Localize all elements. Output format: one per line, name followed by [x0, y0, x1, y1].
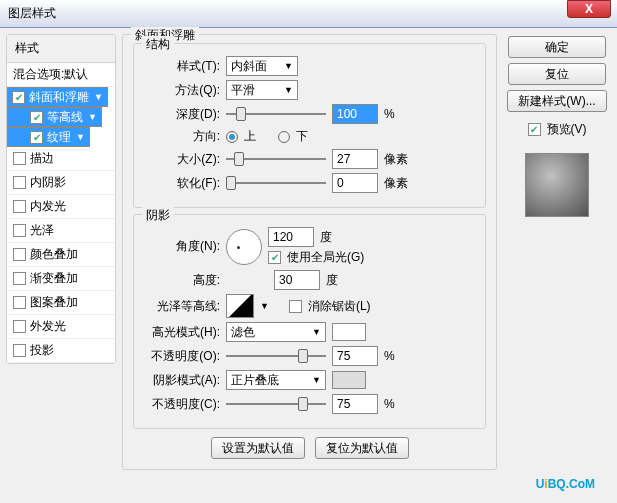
check-icon[interactable] [13, 320, 26, 333]
sidebar-item-gradient-overlay[interactable]: 渐变叠加 [7, 267, 115, 291]
sidebar-item-texture[interactable]: ✔纹理 [7, 127, 90, 147]
sidebar-item-drop-shadow[interactable]: 投影 [7, 339, 115, 363]
soften-input[interactable]: 0 [332, 173, 378, 193]
global-light-checkbox[interactable]: ✔ [268, 251, 281, 264]
direction-down-radio[interactable] [278, 131, 290, 143]
shadow-mode-select[interactable]: 正片叠底 [226, 370, 326, 390]
shadow-opacity-slider[interactable] [226, 396, 326, 412]
highlight-mode-select[interactable]: 滤色 [226, 322, 326, 342]
styles-column: 样式 混合选项:默认 ✔斜面和浮雕 ✔等高线 ✔纹理 描边 内阴影 内发光 光泽… [6, 34, 116, 497]
style-list-header: 样式 [7, 35, 115, 63]
angle-widget[interactable] [226, 229, 262, 265]
altitude-input[interactable]: 30 [274, 270, 320, 290]
new-style-button[interactable]: 新建样式(W)... [507, 90, 606, 112]
shading-group: 阴影 角度(N): 120度 ✔使用全局光(G) 高度:30度 光泽等高线:▼消… [133, 214, 486, 429]
check-icon[interactable] [13, 344, 26, 357]
soften-slider[interactable] [226, 175, 326, 191]
technique-label: 方法(Q): [144, 82, 220, 99]
check-icon[interactable] [13, 200, 26, 213]
soften-label: 软化(F): [144, 175, 220, 192]
make-default-button[interactable]: 设置为默认值 [211, 437, 305, 459]
gloss-contour-picker[interactable] [226, 294, 254, 318]
highlight-opacity-input[interactable]: 75 [332, 346, 378, 366]
angle-input[interactable]: 120 [268, 227, 314, 247]
preview-checkbox[interactable]: ✔ [528, 123, 541, 136]
sidebar-item-satin[interactable]: 光泽 [7, 219, 115, 243]
shadow-opacity-input[interactable]: 75 [332, 394, 378, 414]
window-title: 图层样式 [8, 5, 567, 22]
check-icon[interactable] [13, 224, 26, 237]
sidebar-item-pattern-overlay[interactable]: 图案叠加 [7, 291, 115, 315]
style-select[interactable]: 内斜面 [226, 56, 298, 76]
check-icon[interactable] [13, 152, 26, 165]
check-icon[interactable] [13, 248, 26, 261]
close-icon: X [585, 2, 593, 16]
highlight-color-swatch[interactable] [332, 323, 366, 341]
sidebar-item-stroke[interactable]: 描边 [7, 147, 115, 171]
check-icon[interactable]: ✔ [30, 111, 43, 124]
ok-button[interactable]: 确定 [508, 36, 606, 58]
check-icon[interactable] [13, 296, 26, 309]
direction-up-radio[interactable] [226, 131, 238, 143]
structure-title: 结构 [142, 36, 174, 53]
style-list: 样式 混合选项:默认 ✔斜面和浮雕 ✔等高线 ✔纹理 描边 内阴影 内发光 光泽… [6, 34, 116, 364]
size-input[interactable]: 27 [332, 149, 378, 169]
angle-label: 角度(N): [144, 238, 220, 255]
highlight-mode-label: 高光模式(H): [144, 324, 220, 341]
titlebar: 图层样式 X [0, 0, 617, 28]
sidebar-item-color-overlay[interactable]: 颜色叠加 [7, 243, 115, 267]
check-icon[interactable]: ✔ [12, 91, 25, 104]
watermark: UiBQ.CoM [536, 470, 595, 493]
check-icon[interactable] [13, 272, 26, 285]
right-column: 确定 复位 新建样式(W)... ✔预览(V) [503, 34, 611, 497]
depth-label: 深度(D): [144, 106, 220, 123]
preview-thumbnail [525, 153, 589, 217]
technique-select[interactable]: 平滑 [226, 80, 298, 100]
close-button[interactable]: X [567, 0, 611, 18]
reset-button[interactable]: 复位 [508, 63, 606, 85]
sidebar-item-bevel[interactable]: ✔斜面和浮雕 [7, 87, 108, 107]
sidebar-item-inner-shadow[interactable]: 内阴影 [7, 171, 115, 195]
depth-input[interactable]: 100 [332, 104, 378, 124]
size-label: 大小(Z): [144, 151, 220, 168]
sidebar-item-contour[interactable]: ✔等高线 [7, 107, 102, 127]
gloss-label: 光泽等高线: [144, 298, 220, 315]
altitude-label: 高度: [144, 272, 220, 289]
blend-options-item[interactable]: 混合选项:默认 [7, 63, 115, 87]
reset-default-button[interactable]: 复位为默认值 [315, 437, 409, 459]
sidebar-item-inner-glow[interactable]: 内发光 [7, 195, 115, 219]
check-icon[interactable]: ✔ [30, 131, 43, 144]
settings-column: 斜面和浮雕 结构 样式(T):内斜面 方法(Q):平滑 深度(D):100% 方… [122, 34, 497, 497]
shadow-mode-label: 阴影模式(A): [144, 372, 220, 389]
size-slider[interactable] [226, 151, 326, 167]
check-icon[interactable] [13, 176, 26, 189]
highlight-opacity-label: 不透明度(O): [144, 348, 220, 365]
bevel-group: 斜面和浮雕 结构 样式(T):内斜面 方法(Q):平滑 深度(D):100% 方… [122, 34, 497, 470]
direction-label: 方向: [144, 128, 220, 145]
shadow-color-swatch[interactable] [332, 371, 366, 389]
highlight-opacity-slider[interactable] [226, 348, 326, 364]
antialias-checkbox[interactable] [289, 300, 302, 313]
structure-group: 结构 样式(T):内斜面 方法(Q):平滑 深度(D):100% 方向:上下 大… [133, 43, 486, 208]
dialog-body: 样式 混合选项:默认 ✔斜面和浮雕 ✔等高线 ✔纹理 描边 内阴影 内发光 光泽… [0, 28, 617, 503]
depth-slider[interactable] [226, 106, 326, 122]
shading-title: 阴影 [142, 207, 174, 224]
style-label: 样式(T): [144, 58, 220, 75]
shadow-opacity-label: 不透明度(C): [144, 396, 220, 413]
sidebar-item-outer-glow[interactable]: 外发光 [7, 315, 115, 339]
